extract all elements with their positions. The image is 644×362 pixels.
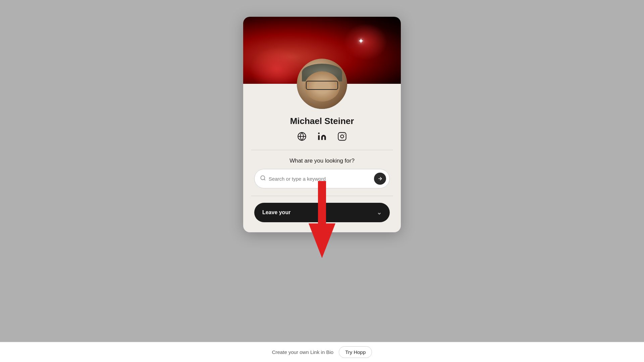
try-hopp-button[interactable]: Try Hopp (339, 346, 372, 358)
svg-point-3 (340, 135, 343, 138)
chevron-down-icon: ⌄ (377, 209, 382, 216)
bottom-bar: Create your own Link in Bio Try Hopp (0, 342, 644, 362)
social-icons-row (296, 130, 348, 142)
avatar-image (297, 59, 347, 109)
sparkle-icon: ✦ (358, 37, 364, 46)
linkedin-icon[interactable] (316, 130, 328, 142)
svg-point-5 (261, 176, 265, 180)
bottom-cta-text: Create your own Link in Bio (272, 349, 333, 355)
svg-line-6 (264, 179, 265, 180)
search-submit-button[interactable] (374, 173, 386, 185)
leave-button[interactable]: Leave your ⌄ (254, 203, 390, 222)
divider-2 (251, 196, 393, 196)
divider-1 (251, 150, 393, 150)
avatar-glasses (306, 81, 338, 90)
search-icon (260, 175, 266, 182)
page-wrapper: ✦ Michael Steiner (0, 0, 644, 362)
search-heading: What are you looking for? (289, 158, 355, 164)
leave-button-label: Leave your (262, 209, 290, 216)
profile-card: ✦ Michael Steiner (243, 17, 401, 232)
svg-point-1 (318, 132, 320, 134)
svg-rect-2 (338, 132, 346, 140)
instagram-icon[interactable] (336, 130, 348, 142)
search-bar (254, 169, 390, 188)
website-icon[interactable] (296, 130, 308, 142)
user-name: Michael Steiner (290, 116, 354, 126)
card-body: Michael Steiner (243, 84, 401, 232)
banner-blob-right (344, 23, 387, 60)
banner-blob-left (250, 47, 304, 84)
search-input[interactable] (269, 176, 371, 182)
svg-point-4 (344, 134, 344, 135)
